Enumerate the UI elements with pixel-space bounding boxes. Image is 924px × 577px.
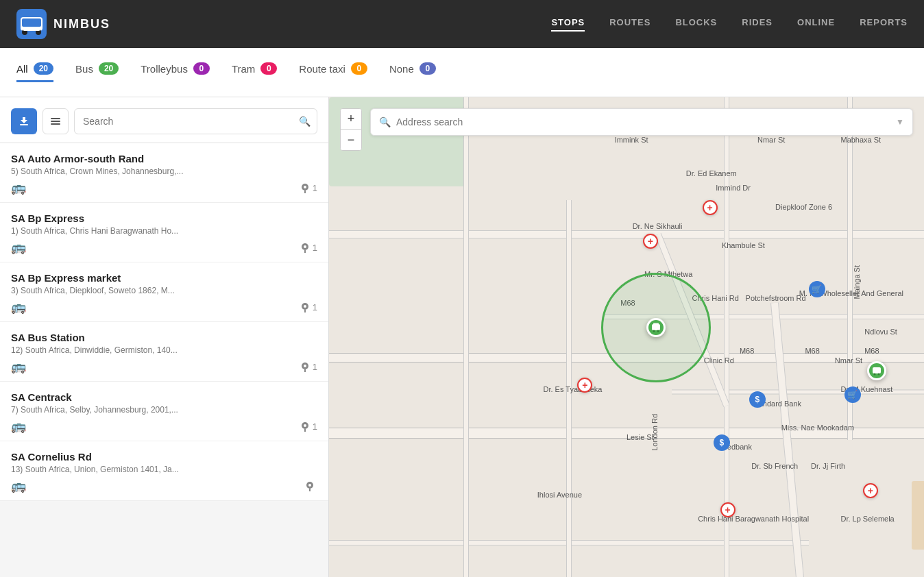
map-bank-marker-2[interactable]: $: [714, 434, 730, 451]
map-bus-stop-right[interactable]: [867, 361, 886, 380]
map-label: Diepkloof Zone 6: [775, 203, 832, 211]
tab-trolleybus[interactable]: Trolleybus 0: [141, 62, 210, 82]
address-search-input[interactable]: [396, 116, 896, 127]
tab-all-badge: 20: [34, 62, 53, 75]
map-label: Miss. Nae Mookadam: [781, 423, 854, 432]
list-item[interactable]: SA Cornelius Rd 13) South Africa, Union,…: [0, 441, 328, 501]
stop-address: 5) South Africa, Crown Mines, Johannesbu…: [11, 167, 317, 176]
svg-rect-9: [51, 121, 60, 122]
search-icon: 🔍: [299, 116, 311, 127]
nav-stops[interactable]: STOPS: [551, 17, 585, 32]
svg-point-19: [304, 305, 306, 308]
map-label: M68: [805, 347, 819, 355]
stop-count-val: 1: [313, 243, 317, 253]
stop-name: SA Bp Express market: [11, 272, 317, 284]
bus-icon: 🚌: [11, 419, 26, 434]
map-area[interactable]: + − 🔍 ▼ Immink St Nmar St Mabhaxa St Imm…: [329, 97, 924, 577]
tab-none[interactable]: None 0: [389, 62, 436, 82]
shopping-icon: 🛒: [809, 281, 825, 297]
svg-rect-64: [653, 323, 659, 325]
zoom-out-button[interactable]: −: [341, 130, 361, 150]
map-label: Mabhaxa St: [840, 136, 881, 144]
svg-rect-10: [51, 123, 60, 125]
map-label: Dr. Ed Ekanem: [686, 169, 737, 177]
bus-stop-icon: [646, 318, 666, 337]
list-item[interactable]: SA Auto Armor-south Rand 5) South Africa…: [0, 143, 328, 203]
search-input[interactable]: [74, 108, 317, 134]
zoom-in-button[interactable]: +: [341, 109, 361, 130]
nav-rides[interactable]: RIDES: [742, 17, 773, 32]
tab-trolleybus-label: Trolleybus: [141, 63, 188, 75]
nav-blocks[interactable]: BLOCKS: [675, 17, 717, 32]
tab-all-label: All: [16, 63, 28, 75]
list-item[interactable]: SA Bp Express market 3) South Africa, Di…: [0, 262, 328, 322]
map-plus-marker-2[interactable]: +: [643, 234, 658, 249]
map-label: Immind Dr: [716, 184, 751, 192]
svg-rect-63: [652, 324, 660, 330]
list-icon: [50, 116, 61, 127]
list-item[interactable]: SA Centrack 7) South Africa, Selby, Joha…: [0, 382, 328, 441]
map-label: Nmar St: [757, 136, 785, 144]
map-label: Ihlosi Avenue: [537, 491, 582, 499]
stop-address: 13) South Africa, Union, Germiston 1401,…: [11, 465, 317, 474]
map-plus-marker-1[interactable]: +: [703, 200, 718, 215]
map-plus-marker-4[interactable]: +: [863, 483, 878, 498]
nav-reports[interactable]: REPORTS: [860, 17, 908, 32]
svg-point-16: [304, 245, 306, 248]
tab-bus-label: Bus: [75, 63, 93, 75]
logo-icon: [16, 9, 47, 39]
map-label: Lesie St: [627, 433, 654, 441]
svg-rect-6: [36, 27, 40, 31]
download-button[interactable]: [11, 108, 37, 134]
stop-pin-icon: [300, 242, 310, 253]
tab-route-taxi-badge: 0: [351, 62, 367, 75]
map-label: Mainga St: [853, 265, 861, 299]
map-label: M68: [740, 347, 754, 355]
stop-name: SA Bp Express: [11, 212, 317, 224]
map-plus-marker-5[interactable]: +: [720, 502, 735, 517]
plus-icon: +: [720, 502, 735, 517]
list-item[interactable]: SA Bus Station 12) South Africa, Dinwidd…: [0, 322, 328, 382]
svg-rect-8: [51, 118, 60, 119]
dollar-icon: $: [714, 434, 730, 451]
tab-route-taxi[interactable]: Route taxi 0: [299, 62, 367, 82]
stop-footer: 🚌 1: [11, 240, 317, 255]
bus-stop-icon: [867, 361, 886, 380]
stop-name: SA Bus Station: [11, 332, 317, 343]
map-shop-marker-2[interactable]: 🛒: [844, 386, 861, 403]
list-item[interactable]: SA Bp Express 1) South Africa, Chris Han…: [0, 203, 328, 262]
map-label: Dr. Lp Selemela: [840, 515, 894, 523]
tab-tram-badge: 0: [260, 62, 277, 75]
plus-icon: +: [703, 200, 718, 215]
map-bank-marker-1[interactable]: $: [749, 391, 766, 408]
map-shop-marker-1[interactable]: 🛒: [809, 281, 825, 297]
nav-online[interactable]: ONLINE: [797, 17, 835, 32]
logo-text: NIMBUS: [53, 17, 110, 32]
plus-icon: +: [643, 234, 658, 249]
map-plus-marker-3[interactable]: +: [577, 378, 592, 393]
bus-icon: 🚌: [11, 240, 26, 255]
header: NIMBUS STOPS ROUTES BLOCKS RIDES ONLINE …: [0, 0, 924, 48]
stop-name: SA Auto Armor-south Rand: [11, 153, 317, 164]
tab-all[interactable]: All 20: [16, 62, 53, 82]
stop-footer: 🚌 1: [11, 299, 317, 315]
svg-rect-33: [912, 481, 924, 550]
bus-icon: 🚌: [11, 299, 26, 315]
tab-tram[interactable]: Tram 0: [232, 62, 277, 82]
tab-bus[interactable]: Bus 20: [75, 62, 119, 82]
dollar-icon: $: [749, 391, 766, 408]
bus-icon: 🚌: [11, 359, 26, 374]
nav-routes[interactable]: ROUTES: [609, 17, 651, 32]
map-label: Immink St: [615, 136, 648, 144]
svg-point-22: [304, 365, 306, 367]
sidebar: 🔍 SA Auto Armor-south Rand 5) South Afri…: [0, 97, 329, 577]
list-view-button[interactable]: [42, 108, 69, 134]
stop-count: [305, 480, 317, 491]
map-label: Ndlovu St: [864, 328, 897, 336]
main-content: 🔍 SA Auto Armor-south Rand 5) South Afri…: [0, 97, 924, 577]
stop-pin-icon: [305, 480, 315, 491]
plus-icon: +: [863, 483, 878, 498]
svg-point-65: [653, 330, 655, 332]
map-bus-stop-main[interactable]: [646, 318, 666, 337]
address-search[interactable]: 🔍 ▼: [370, 108, 913, 136]
